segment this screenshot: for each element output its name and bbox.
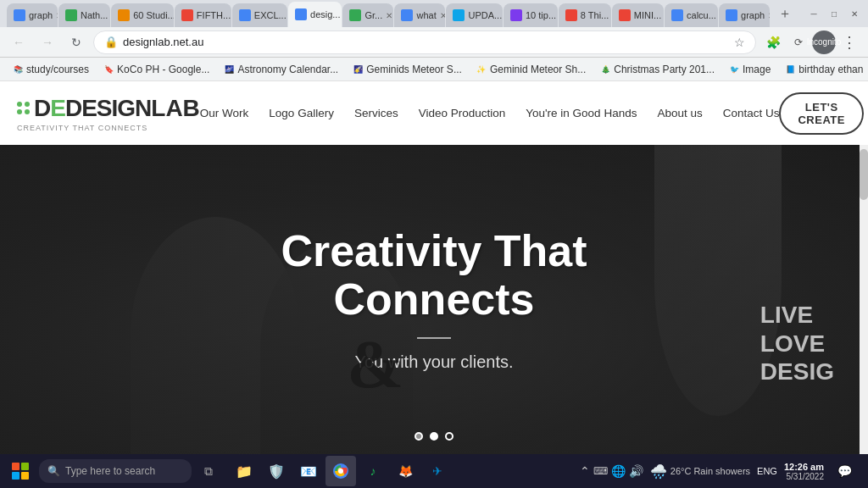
nav-link[interactable]: Contact Us <box>723 107 780 119</box>
bookmark-item[interactable]: 🎄 Christmas Party 201... <box>594 62 720 77</box>
browser-tab[interactable]: EXCL... ✕ <box>232 3 287 27</box>
close-button[interactable]: ✕ <box>848 7 861 20</box>
hero-section: Creativity That Connects You with your c… <box>0 145 868 454</box>
win-square-4 <box>21 472 29 480</box>
browser-tab[interactable]: UPDA... ✕ <box>446 3 503 27</box>
tab-label: 10 tip... <box>526 10 556 20</box>
system-clock[interactable]: 12:26 am 5/31/2022 <box>784 462 824 481</box>
telegram-icon[interactable]: ✈ <box>422 456 453 486</box>
slider-dot-3[interactable] <box>445 432 453 441</box>
weather-widget[interactable]: 🌧️ 26°C Rain showers <box>650 463 750 480</box>
bookmark-item[interactable]: 🐦 Image <box>723 62 776 77</box>
clock-date: 5/31/2022 <box>784 472 824 481</box>
shield-icon[interactable]: 🛡️ <box>261 456 292 486</box>
nav-links: Our WorkLogo GalleryServicesVideo Produc… <box>200 107 780 119</box>
bookmark-item[interactable]: 📘 birthday ethan <box>779 62 868 77</box>
bookmark-item[interactable]: 📚 study/courses <box>7 62 94 77</box>
spotify-icon[interactable]: ♪ <box>358 456 388 486</box>
browser-tab[interactable]: FIFTH... ✕ <box>175 3 231 27</box>
browser-tab[interactable]: Nath... ✕ <box>58 3 110 27</box>
profile-button[interactable]: Incognito <box>812 30 836 54</box>
clock-time: 12:26 am <box>784 462 824 472</box>
browser-tab[interactable]: 10 tip... ✕ <box>504 3 558 27</box>
tab-close-button[interactable]: ✕ <box>768 11 770 20</box>
logo-dot-1 <box>17 102 22 107</box>
url-icons: ☆ <box>734 36 745 49</box>
bookmark-label: Geminid Meteor Sh... <box>490 64 586 75</box>
browser-tab[interactable]: calcu... ✕ <box>665 3 718 27</box>
title-bar: graph ✕ Nath... ✕ 60 Studi... ✕ FIFTH...… <box>0 0 868 27</box>
bookmark-label: study/courses <box>26 64 89 75</box>
tab-close-button[interactable]: ✕ <box>56 11 58 20</box>
tab-favicon <box>453 9 465 21</box>
scrollbar-thumb[interactable] <box>860 149 868 200</box>
search-placeholder-text: Type here to search <box>65 465 155 477</box>
slider-dot-2[interactable] <box>430 432 438 441</box>
browser-tab[interactable]: 8 Thi... ✕ <box>559 3 611 27</box>
tab-label: Gr... <box>364 10 382 20</box>
bookmark-icon: 🔖 <box>103 64 114 75</box>
tab-close-button[interactable]: ✕ <box>386 11 392 20</box>
nav-link[interactable]: About us <box>657 107 702 119</box>
weather-icon: 🌧️ <box>650 463 667 480</box>
tab-label: desig... <box>310 9 340 19</box>
taskbar: 🔍 Type here to search ⧉ 📁 🛡️ 📧 ♪ 🦊 <box>0 454 868 488</box>
logo-lab-text: LAB <box>151 95 200 122</box>
tab-favicon <box>14 9 25 21</box>
chrome-svg <box>333 463 348 479</box>
start-button[interactable] <box>3 454 37 488</box>
tab-favicon <box>118 9 130 21</box>
tab-label: graph <box>741 10 765 20</box>
bookmark-item[interactable]: ✨ Geminid Meteor Sh... <box>470 62 591 77</box>
minimize-button[interactable]: ─ <box>807 7 821 20</box>
scrollbar[interactable] <box>860 145 868 454</box>
toolbar-icons: 🧩 ⟳ Incognito ⋮ <box>761 30 861 54</box>
bookmark-item[interactable]: 🌌 Astronomy Calendar... <box>218 62 343 77</box>
logo-dot-3 <box>17 109 22 114</box>
tray-expand[interactable]: ⌃ <box>580 464 590 478</box>
nav-link[interactable]: Logo Gallery <box>269 107 334 119</box>
slider-dot-1[interactable] <box>415 432 423 441</box>
nav-link[interactable]: Services <box>354 107 398 119</box>
nav-link[interactable]: You're in Good Hands <box>526 107 637 119</box>
browser-tab[interactable]: MINI... ✕ <box>612 3 664 27</box>
tab-label: FIFTH... <box>197 10 231 20</box>
forward-button[interactable]: → <box>36 30 59 54</box>
tab-favicon <box>349 9 361 21</box>
win-square-1 <box>12 463 19 470</box>
nav-link[interactable]: Video Production <box>419 107 506 119</box>
browser-tab[interactable]: graph ✕ <box>719 3 770 27</box>
reload-button[interactable]: ↻ <box>64 30 88 54</box>
maximize-button[interactable]: □ <box>827 7 841 20</box>
firefox-icon[interactable]: 🦊 <box>390 456 420 486</box>
browser-tab[interactable]: desig... ✕ <box>288 2 342 27</box>
keyboard-icon[interactable]: ⌨ <box>593 465 608 477</box>
new-tab-button[interactable]: ＋ <box>773 2 797 25</box>
tab-label: graph <box>29 10 53 20</box>
more-button[interactable]: ⋮ <box>837 30 861 54</box>
taskbar-search[interactable]: 🔍 Type here to search <box>39 459 192 483</box>
notification-button[interactable]: 💬 <box>831 458 858 485</box>
bookmark-item[interactable]: 🔖 KoCo PH - Google... <box>97 62 214 77</box>
task-view-button[interactable]: ⧉ <box>193 456 224 486</box>
mail-icon[interactable]: 📧 <box>293 456 324 486</box>
tab-label: UPDA... <box>468 10 502 20</box>
bookmark-item[interactable]: 🌠 Geminids Meteor S... <box>347 62 467 77</box>
url-bar[interactable]: 🔒 designlab.net.au ☆ <box>93 30 756 54</box>
bookmark-icon: ✨ <box>476 64 487 75</box>
star-icon[interactable]: ☆ <box>734 36 745 49</box>
browser-tab[interactable]: Gr... ✕ <box>342 3 393 27</box>
browser-tab[interactable]: 60 Studi... ✕ <box>111 3 174 27</box>
bookmark-label: Astronomy Calendar... <box>237 64 338 75</box>
file-explorer-icon[interactable]: 📁 <box>229 456 259 486</box>
extensions-icon[interactable]: 🧩 <box>761 30 785 54</box>
chrome-icon[interactable] <box>326 456 356 486</box>
nav-link[interactable]: Our Work <box>200 107 249 119</box>
network-icon[interactable]: 🌐 <box>611 464 626 478</box>
browser-tab[interactable]: what ✕ <box>394 3 445 27</box>
tab-close-button[interactable]: ✕ <box>440 11 446 20</box>
volume-icon[interactable]: 🔊 <box>629 464 643 478</box>
cta-button[interactable]: LET'S CREATE <box>779 92 863 135</box>
browser-tab[interactable]: graph ✕ <box>7 3 58 27</box>
back-button[interactable]: ← <box>7 30 31 54</box>
